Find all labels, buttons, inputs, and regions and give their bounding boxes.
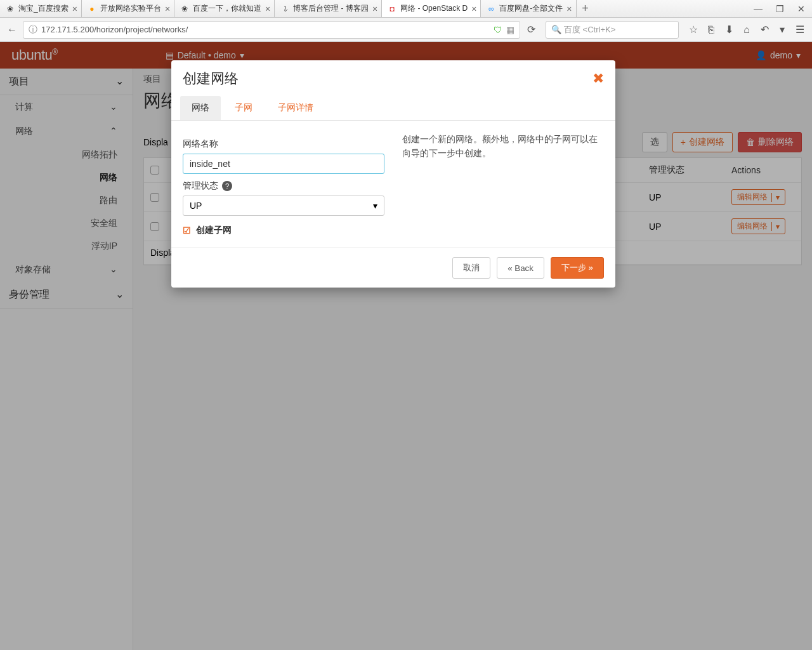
search-placeholder: 百度 <Ctrl+K>	[564, 24, 615, 36]
tab-label: 淘宝_百度搜索	[18, 3, 69, 14]
history-icon[interactable]: ↶	[756, 22, 773, 38]
create-network-modal: 创建网络 ✖ 网络 子网 子网详情 网络名称 管理状态? UP▾ ☑创建子网 创…	[171, 60, 615, 288]
tab-3[interactable]: 𝓵博客后台管理 - 博客园×	[275, 0, 382, 17]
close-icon[interactable]: ×	[372, 4, 377, 14]
url-text: 172.171.5.200/horizon/project/networks/	[41, 25, 490, 34]
tab-label: 百度网盘-全部文件	[499, 3, 563, 14]
tab-network[interactable]: 网络	[180, 96, 221, 120]
next-button[interactable]: 下一步 »	[551, 257, 604, 279]
modal-title: 创建网络	[183, 69, 239, 88]
restore-icon[interactable]: ❐	[769, 4, 790, 14]
favicon-icon: ❀	[5, 4, 15, 14]
tab-label: 开放网络实验平台	[100, 3, 161, 14]
favicon-icon: 𝓵	[280, 4, 290, 14]
network-name-input[interactable]	[183, 154, 384, 174]
tab-subnet[interactable]: 子网	[223, 96, 264, 120]
star-icon[interactable]: ☆	[685, 22, 702, 38]
tab-label: 博客后台管理 - 博客园	[293, 3, 369, 14]
chevron-down-icon: ▾	[373, 201, 377, 211]
download-icon[interactable]: ⬇	[721, 22, 737, 38]
favicon-icon: ❀	[180, 4, 190, 14]
back-button[interactable]: ←	[4, 22, 20, 38]
tab-4[interactable]: ◘网络 - OpenStack D×	[382, 0, 481, 17]
modal-description: 创建一个新的网络。额外地，网络中的子网可以在向导的下一步中创建。	[402, 132, 604, 236]
qr-icon[interactable]: ▦	[506, 25, 514, 35]
close-icon[interactable]: ×	[165, 4, 170, 14]
favicon-icon: ●	[87, 4, 97, 14]
tab-subnet-detail[interactable]: 子网详情	[266, 96, 325, 120]
url-bar: ← ⓘ 172.171.5.200/horizon/project/networ…	[0, 18, 812, 42]
admin-state-label: 管理状态?	[183, 180, 384, 192]
library-icon[interactable]: ⎘	[703, 22, 719, 38]
close-icon[interactable]: ✖	[593, 70, 604, 87]
info-icon: ⓘ	[29, 24, 37, 36]
home-icon[interactable]: ⌂	[738, 22, 755, 38]
close-icon[interactable]: ×	[566, 4, 572, 14]
min-icon[interactable]: —	[747, 4, 769, 14]
menu-icon[interactable]: ☰	[792, 22, 808, 38]
reload-button[interactable]: ⟳	[523, 22, 539, 38]
shield-icon[interactable]: 🛡	[494, 25, 502, 35]
url-input[interactable]: ⓘ 172.171.5.200/horizon/project/networks…	[23, 21, 520, 39]
new-tab-button[interactable]: +	[577, 2, 594, 15]
search-box[interactable]: 🔍百度 <Ctrl+K>	[546, 21, 679, 39]
checkbox-checked-icon: ☑	[183, 225, 191, 235]
close-icon[interactable]: ×	[265, 4, 270, 14]
create-subnet-checkbox[interactable]: ☑创建子网	[183, 225, 384, 236]
favicon-icon: ◘	[387, 4, 397, 14]
search-icon: 🔍	[551, 25, 561, 34]
close-icon[interactable]: ×	[72, 4, 77, 14]
modal-tabs: 网络 子网 子网详情	[171, 92, 615, 121]
tab-label: 网络 - OpenStack D	[400, 3, 468, 14]
tab-1[interactable]: ●开放网络实验平台×	[82, 0, 174, 17]
dropdown-icon[interactable]: ▾	[774, 22, 790, 38]
tab-label: 百度一下，你就知道	[193, 3, 261, 14]
cancel-button[interactable]: 取消	[452, 257, 490, 279]
admin-state-select[interactable]: UP▾	[183, 196, 384, 216]
network-name-label: 网络名称	[183, 138, 384, 150]
close-window-icon[interactable]: ✕	[790, 4, 812, 14]
close-icon[interactable]: ×	[471, 4, 476, 14]
browser-tab-bar: ❀淘宝_百度搜索× ●开放网络实验平台× ❀百度一下，你就知道× 𝓵博客后台管理…	[0, 0, 812, 18]
favicon-icon: ∞	[486, 4, 496, 14]
back-button[interactable]: « Back	[497, 257, 544, 279]
tab-2[interactable]: ❀百度一下，你就知道×	[174, 0, 275, 17]
tab-0[interactable]: ❀淘宝_百度搜索×	[0, 0, 82, 17]
tab-5[interactable]: ∞百度网盘-全部文件×	[481, 0, 576, 17]
help-icon[interactable]: ?	[222, 181, 232, 191]
